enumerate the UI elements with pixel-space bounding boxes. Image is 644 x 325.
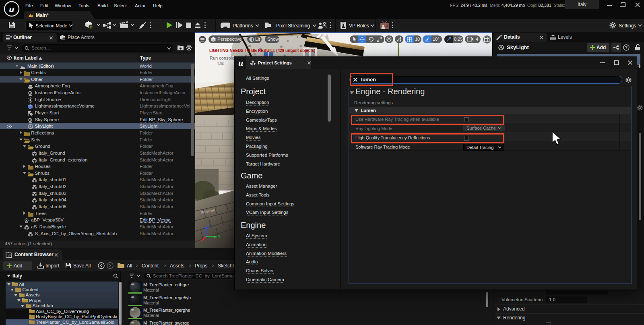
svg-text:?: ? — [625, 46, 627, 50]
svg-text:Z: Z — [207, 225, 210, 229]
svg-text:Y: Y — [218, 235, 221, 239]
svg-text:u: u — [238, 58, 243, 68]
svg-text:u: u — [9, 4, 14, 14]
